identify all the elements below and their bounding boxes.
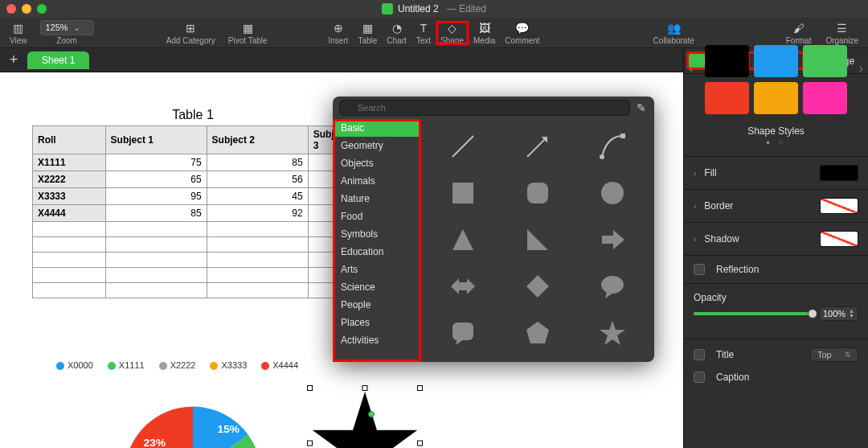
shape-category-places[interactable]: Places — [333, 314, 420, 331]
shape-category-animals[interactable]: Animals — [333, 172, 420, 190]
shape-triangle[interactable] — [429, 220, 496, 259]
shape-category-symbols[interactable]: Symbols — [333, 225, 420, 243]
table-cell[interactable] — [207, 268, 308, 283]
insert-button[interactable]: ⊕Insert — [323, 21, 353, 45]
table-cell[interactable]: 75 — [105, 154, 207, 171]
style-swatch-blue[interactable] — [754, 45, 798, 77]
resize-handle[interactable] — [417, 441, 423, 446]
comment-button[interactable]: 💬Comment — [500, 21, 544, 45]
shape-rounded-rect-callout[interactable] — [429, 314, 496, 352]
eyedropper-icon[interactable]: ✎ — [635, 100, 648, 116]
resize-handle[interactable] — [307, 441, 313, 446]
col-header-roll[interactable]: Roll — [33, 126, 106, 154]
col-header-subject2[interactable]: Subject 2 — [207, 126, 308, 154]
table-cell[interactable] — [105, 283, 207, 298]
table-cell[interactable]: 45 — [207, 188, 308, 205]
shape-rounded-square[interactable] — [504, 174, 571, 212]
text-button[interactable]: TText — [411, 21, 436, 45]
shape-category-geometry[interactable]: Geometry — [333, 137, 420, 154]
shape-right-triangle[interactable] — [504, 220, 571, 259]
border-swatch[interactable] — [820, 198, 858, 214]
opacity-slider[interactable] — [694, 312, 813, 315]
star-shape[interactable] — [310, 388, 420, 448]
title-position-select[interactable]: Top — [810, 347, 858, 362]
resize-handle[interactable] — [307, 385, 313, 391]
zoom-control[interactable]: 125% Zoom — [35, 20, 99, 45]
table-cell[interactable]: 65 — [105, 171, 207, 188]
table-cell[interactable]: 56 — [207, 171, 308, 188]
shadow-swatch[interactable] — [820, 231, 858, 247]
shape-star[interactable] — [579, 314, 646, 352]
selected-star-shape[interactable] — [310, 388, 420, 448]
opacity-value[interactable]: 100%▲▼ — [819, 306, 858, 321]
table-cell[interactable]: X4444 — [33, 205, 106, 222]
table-cell[interactable] — [33, 283, 106, 298]
shape-category-science[interactable]: Science — [333, 278, 420, 296]
table-cell[interactable] — [207, 283, 308, 298]
table-cell[interactable]: X1111 — [33, 154, 106, 171]
reflection-checkbox[interactable] — [694, 264, 705, 275]
shape-arrow-right[interactable] — [579, 220, 646, 259]
table-cell[interactable]: X2222 — [33, 171, 106, 188]
shape-category-people[interactable]: People — [333, 296, 420, 314]
table-cell[interactable] — [105, 222, 207, 237]
caption-checkbox[interactable] — [694, 372, 705, 383]
pie-chart[interactable]: 15% 20% 23% — [96, 386, 289, 448]
shape-arrow-both[interactable] — [429, 267, 496, 306]
table-cell[interactable] — [33, 222, 106, 237]
resize-handle[interactable] — [362, 385, 368, 391]
shape-search-input[interactable] — [339, 100, 630, 116]
spreadsheet-table[interactable]: Table 1 Roll Subject 1 Subject 2 Subject… — [32, 105, 354, 298]
shape-category-activities[interactable]: Activities — [333, 331, 420, 349]
table-cell[interactable]: 85 — [105, 205, 207, 222]
shape-pentagon[interactable] — [504, 314, 571, 352]
style-swatch-red[interactable] — [705, 82, 749, 114]
add-category-button[interactable]: ⊞ Add Category — [162, 21, 220, 45]
shape-line[interactable] — [429, 127, 496, 166]
shape-category-basic[interactable]: Basic — [333, 119, 420, 137]
style-swatch-green[interactable] — [803, 45, 847, 77]
shape-category-nature[interactable]: Nature — [333, 190, 420, 208]
shape-category-food[interactable]: Food — [333, 208, 420, 225]
table-cell[interactable]: 85 — [207, 154, 308, 171]
table-cell[interactable]: X3333 — [33, 188, 106, 205]
shadow-row[interactable]: ›Shadow — [684, 226, 868, 252]
media-button[interactable]: 🖼Media — [469, 21, 500, 45]
pivot-table-button[interactable]: ▦ Pivot Table — [223, 21, 272, 45]
fill-row[interactable]: ›Fill — [684, 160, 868, 186]
shape-diamond[interactable] — [504, 267, 571, 306]
shape-curve[interactable] — [579, 127, 646, 166]
style-swatch-pink[interactable] — [803, 82, 847, 114]
shape-square[interactable] — [429, 174, 496, 212]
add-sheet-button[interactable]: + — [5, 51, 23, 68]
shape-category-objects[interactable]: Objects — [333, 154, 420, 172]
table-button[interactable]: ▦Table — [353, 21, 382, 45]
resize-handle[interactable] — [417, 385, 423, 391]
view-button[interactable]: ▥ View — [5, 21, 32, 45]
shape-control-point[interactable] — [368, 411, 375, 417]
table-cell[interactable] — [207, 237, 308, 253]
table-cell[interactable] — [105, 268, 207, 283]
table-cell[interactable] — [207, 222, 308, 237]
table-cell[interactable] — [33, 237, 106, 253]
shape-arrow-line[interactable] — [504, 127, 571, 166]
table-cell[interactable] — [105, 253, 207, 268]
table-cell[interactable]: 92 — [207, 205, 308, 222]
table-cell[interactable] — [33, 253, 106, 268]
sheet-tab[interactable]: Sheet 1 — [27, 51, 89, 69]
canvas[interactable]: Table 1 Roll Subject 1 Subject 2 Subject… — [0, 72, 683, 448]
style-swatch-orange[interactable] — [754, 82, 798, 114]
table-cell[interactable] — [33, 268, 106, 283]
shape-circle[interactable] — [579, 174, 646, 212]
title-checkbox[interactable] — [694, 349, 705, 360]
style-page-dots[interactable]: ● ○ — [684, 138, 868, 146]
shape-category-arts[interactable]: Arts — [333, 261, 420, 278]
close-window-button[interactable] — [6, 4, 16, 14]
border-row[interactable]: ›Border — [684, 193, 868, 219]
shape-speech-bubble[interactable] — [579, 267, 646, 306]
table-cell[interactable]: 95 — [105, 188, 207, 205]
maximize-window-button[interactable] — [37, 4, 47, 14]
minimize-window-button[interactable] — [22, 4, 31, 14]
chart-button[interactable]: ◔Chart — [382, 21, 411, 45]
col-header-subject1[interactable]: Subject 1 — [105, 126, 207, 154]
